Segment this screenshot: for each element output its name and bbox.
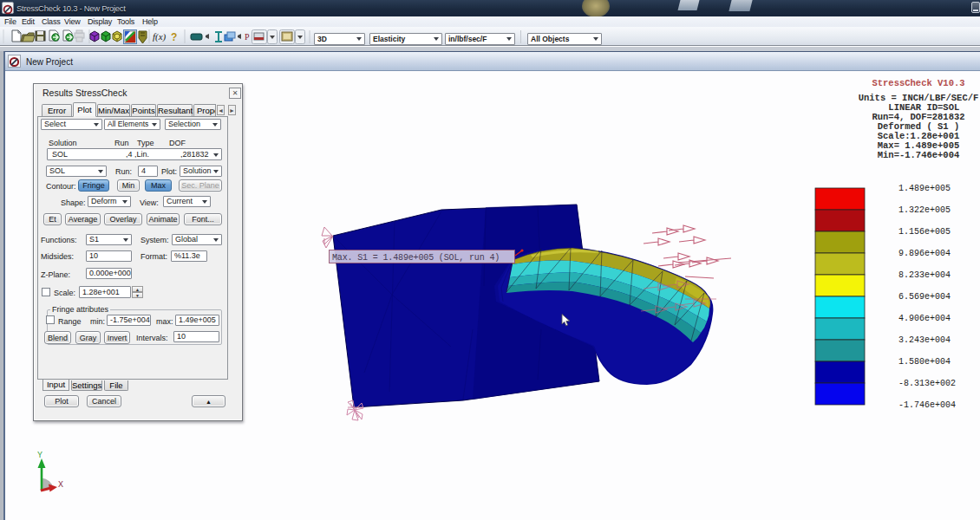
svg-text:Y: Y xyxy=(37,451,42,460)
svg-text:Max. S1 = 1.489e+005 (SOL, ru: Max. S1 = 1.489e+005 (SOL, run 4) xyxy=(332,253,500,263)
svg-text:X: X xyxy=(58,480,63,490)
